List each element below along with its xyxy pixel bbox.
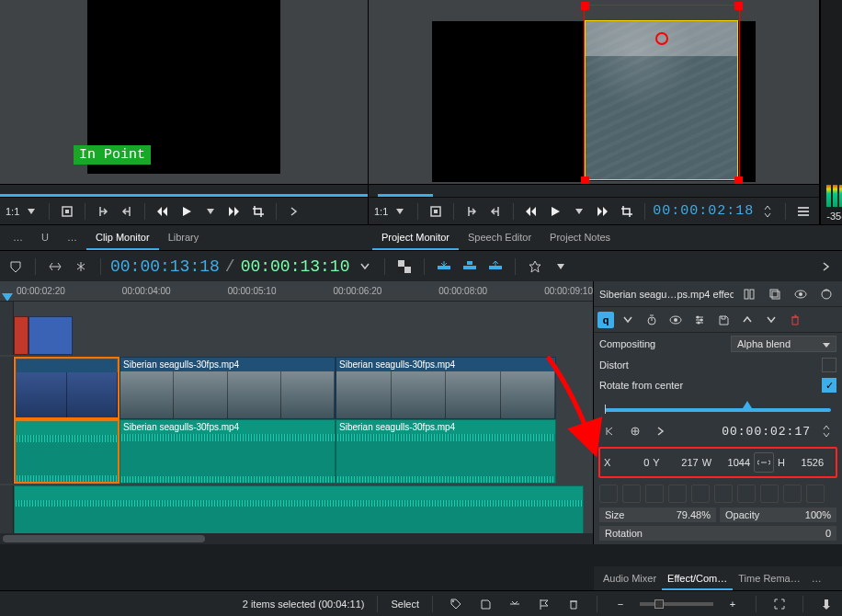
clip-forward-button[interactable]	[224, 201, 245, 222]
distort-checkbox[interactable]	[822, 358, 836, 372]
project-play-button[interactable]	[545, 201, 565, 222]
project-rewind-button[interactable]	[521, 201, 541, 222]
status-zoom-out-icon[interactable]: −	[610, 594, 631, 614]
clip-monitor-canvas[interactable]: In Point	[0, 0, 368, 184]
fx-eye-icon[interactable]	[666, 310, 686, 330]
clip-video-1[interactable]: Siberian seagulls-30fps.mp4	[119, 357, 336, 419]
clip-more-button[interactable]	[284, 201, 304, 222]
clip-audio-selected[interactable]	[14, 419, 119, 484]
clip-play-button[interactable]	[176, 201, 197, 222]
status-flag-icon[interactable]	[534, 594, 554, 614]
tool-marker-button[interactable]	[6, 257, 26, 277]
timeline-tc-dropdown[interactable]	[355, 257, 375, 277]
clip-monitor-ruler[interactable]	[0, 184, 368, 197]
w-value[interactable]: 1044	[713, 457, 750, 468]
timeline-position[interactable]: 00:00:13:18	[110, 257, 220, 276]
clip-video-2[interactable]: Siberian seagulls-30fps.mp4	[336, 357, 556, 419]
tool-insert-button[interactable]	[434, 257, 454, 277]
project-set-in-icon[interactable]	[461, 201, 482, 222]
compositing-select[interactable]: Alpha blend	[731, 336, 836, 352]
tab-project-monitor[interactable]: Project Monitor	[372, 227, 459, 250]
fx-stopwatch-icon[interactable]	[642, 310, 662, 330]
tool-star-dropdown[interactable]	[551, 257, 571, 277]
original-size-icon[interactable]	[806, 485, 825, 503]
clip-audio-2[interactable]: Siberian seagulls-30fps.mp4	[336, 419, 556, 484]
align-vcenter-icon[interactable]	[691, 485, 710, 503]
fit-both-icon[interactable]	[783, 485, 802, 503]
clip-fullscreen-button[interactable]	[57, 201, 77, 222]
timeline-tracks[interactable]: Siberian seagulls-30fps.mp4 Siberian sea…	[0, 302, 593, 533]
tool-favorite-button[interactable]	[525, 257, 545, 277]
status-snap-icon[interactable]	[505, 594, 525, 614]
x-value[interactable]: 0	[612, 457, 649, 468]
clip-set-out-icon[interactable]	[117, 201, 137, 222]
rotation-field[interactable]: Rotation0	[599, 526, 836, 541]
fit-height-icon[interactable]	[760, 485, 779, 503]
clip-video-selected[interactable]	[14, 357, 119, 419]
tool-trim-out-button[interactable]	[71, 257, 91, 277]
project-tc-stepper[interactable]	[757, 201, 778, 222]
tab-more[interactable]: …	[806, 569, 827, 590]
y-value[interactable]: 217	[662, 457, 699, 468]
fx-save-icon[interactable]	[713, 310, 734, 330]
tool-lift-button[interactable]	[485, 257, 506, 277]
tab-effect-compositions[interactable]: Effect/Com…	[662, 569, 733, 590]
align-top-icon[interactable]	[668, 485, 687, 503]
project-zoom-dropdown[interactable]	[390, 201, 410, 222]
link-wh-icon[interactable]	[754, 452, 774, 473]
status-save-icon[interactable]	[475, 594, 495, 614]
h-value[interactable]: 1526	[787, 457, 824, 468]
tab-unknown-1[interactable]: …	[4, 227, 32, 250]
timeline-scrollbar[interactable]	[0, 533, 593, 544]
align-bottom-icon[interactable]	[714, 485, 733, 503]
clip-play-dropdown[interactable]	[200, 201, 221, 222]
tab-project-notes[interactable]: Project Notes	[540, 227, 620, 250]
tab-audio-mixer[interactable]: Audio Mixer	[597, 569, 662, 590]
status-fit-icon[interactable]	[769, 594, 790, 614]
status-trash-icon[interactable]	[563, 594, 584, 614]
fx-copy-icon[interactable]	[765, 284, 785, 304]
project-monitor-ruler[interactable]	[369, 184, 819, 197]
align-hcenter-icon[interactable]	[622, 485, 641, 503]
tab-clip-monitor[interactable]: Clip Monitor	[86, 227, 159, 250]
clip-rewind-button[interactable]	[153, 201, 173, 222]
tool-checker-icon[interactable]	[394, 257, 415, 277]
fx-delete-icon[interactable]	[785, 310, 805, 330]
size-field[interactable]: Size79.48%	[599, 508, 716, 522]
fx-reset-icon[interactable]	[816, 284, 836, 304]
clip-crop-button[interactable]	[248, 201, 268, 222]
transform-handles[interactable]	[584, 5, 740, 182]
project-play-dropdown[interactable]	[569, 201, 589, 222]
fx-visible-icon[interactable]	[791, 284, 811, 304]
fx-split-icon[interactable]	[739, 284, 759, 304]
keyframe-timecode[interactable]: 00:00:02:17	[722, 425, 811, 439]
align-right-icon[interactable]	[645, 485, 664, 503]
tab-time-remap[interactable]: Time Rema…	[733, 569, 805, 590]
clip-color[interactable]	[28, 316, 73, 355]
tool-trim-in-button[interactable]	[45, 257, 65, 277]
clip-zoom-dropdown[interactable]	[21, 201, 41, 222]
status-render-icon[interactable]	[816, 594, 836, 614]
timeline-more-button[interactable]	[816, 257, 836, 277]
kf-add-icon[interactable]	[625, 421, 645, 441]
project-hamburger-button[interactable]	[793, 201, 814, 222]
kf-tc-stepper[interactable]	[816, 421, 836, 441]
clip-audio-long[interactable]	[14, 485, 584, 533]
status-zoom-in-icon[interactable]: +	[723, 594, 743, 614]
keyframe-slider[interactable]	[594, 395, 842, 419]
timeline-ruler[interactable]: 00:00:02:20 00:00:04:00 00:00:05:10 00:0…	[0, 281, 593, 302]
clip-set-in-icon[interactable]	[93, 201, 113, 222]
opacity-field[interactable]: Opacity100%	[720, 508, 836, 522]
tab-speech-editor[interactable]: Speech Editor	[459, 227, 540, 250]
project-timecode[interactable]: 00:00:02:18	[653, 203, 754, 219]
project-crop-button[interactable]	[617, 201, 637, 222]
project-forward-button[interactable]	[593, 201, 613, 222]
clip-audio-1[interactable]: Siberian seagulls-30fps.mp4	[119, 419, 336, 484]
fx-sliders-icon[interactable]	[689, 310, 710, 330]
fit-width-icon[interactable]	[737, 485, 756, 503]
project-monitor-canvas[interactable]	[369, 0, 819, 184]
project-fullscreen-button[interactable]	[426, 201, 446, 222]
tab-library[interactable]: Library	[159, 227, 209, 250]
tab-u[interactable]: U	[32, 227, 58, 250]
align-left-icon[interactable]	[599, 485, 618, 503]
